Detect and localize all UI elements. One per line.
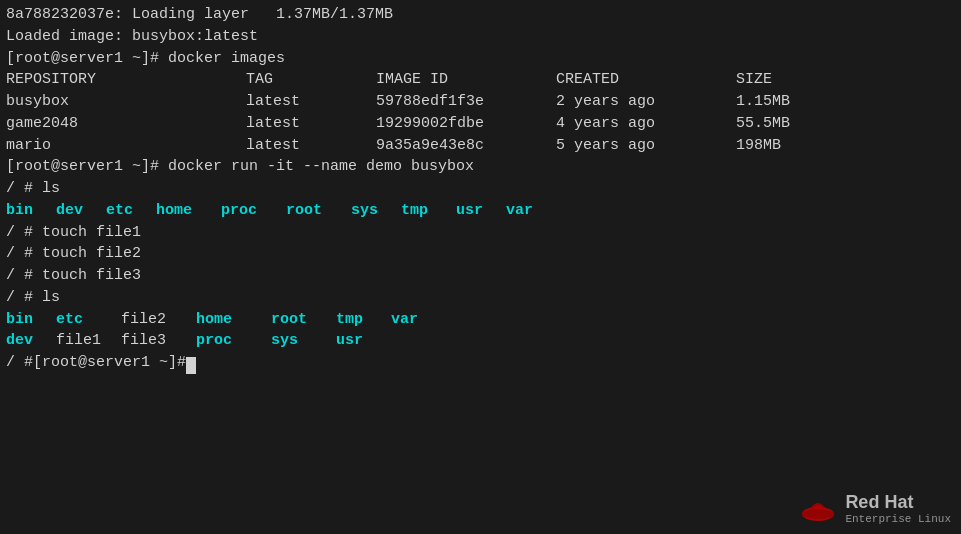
cell-repo-busybox: busybox	[6, 91, 246, 113]
file2-file3: file3	[121, 330, 196, 352]
dir2-dev: dev	[6, 330, 56, 352]
line-touch2: / # touch file2	[6, 243, 955, 265]
final-prompt-line: / # [root@server1 ~]#	[6, 352, 955, 374]
table-row-game2048: game2048 latest 19299002fdbe 4 years ago…	[6, 113, 955, 135]
file2-file1: file1	[56, 330, 121, 352]
dir2-etc: etc	[56, 309, 121, 331]
dir2-proc: proc	[196, 330, 271, 352]
header-created: CREATED	[556, 69, 736, 91]
dir-dev: dev	[56, 200, 106, 222]
redhat-watermark: Red Hat Enterprise Linux	[799, 490, 951, 528]
dir2-bin: bin	[6, 309, 56, 331]
final-prompt-text: / #	[6, 352, 33, 374]
file2-file2: file2	[121, 309, 196, 331]
table-row-busybox: busybox latest 59788edf1f3e 2 years ago …	[6, 91, 955, 113]
cell-repo-game2048: game2048	[6, 113, 246, 135]
cell-tag-busybox: latest	[246, 91, 376, 113]
dir-root: root	[286, 200, 351, 222]
cell-size-busybox: 1.15MB	[736, 91, 790, 113]
dir-tmp: tmp	[401, 200, 456, 222]
dir-bin: bin	[6, 200, 56, 222]
redhat-name: Red Hat	[845, 493, 951, 513]
ls2-row1: bin etc file2 home root tmp var	[6, 309, 955, 331]
cell-id-game2048: 19299002fdbe	[376, 113, 556, 135]
cell-tag-game2048: latest	[246, 113, 376, 135]
dir2-usr: usr	[336, 330, 391, 352]
ls2-row2: dev file1 file3 proc sys usr	[6, 330, 955, 352]
dir-sys: sys	[351, 200, 401, 222]
dir-etc: etc	[106, 200, 156, 222]
dir-var: var	[506, 200, 556, 222]
cell-id-busybox: 59788edf1f3e	[376, 91, 556, 113]
header-image-id: IMAGE ID	[376, 69, 556, 91]
header-repository: REPOSITORY	[6, 69, 246, 91]
dir2-home: home	[196, 309, 271, 331]
dir2-sys: sys	[271, 330, 336, 352]
dir-usr: usr	[456, 200, 506, 222]
cursor-block	[186, 357, 196, 374]
ls1-dirs: bin dev etc home proc root sys tmp usr v…	[6, 200, 955, 222]
cell-id-mario: 9a35a9e43e8c	[376, 135, 556, 157]
redhat-logo-icon	[799, 490, 837, 528]
header-size: SIZE	[736, 69, 772, 91]
cell-repo-mario: mario	[6, 135, 246, 157]
cell-created-mario: 5 years ago	[556, 135, 736, 157]
line-touch3: / # touch file3	[6, 265, 955, 287]
dir-proc: proc	[221, 200, 286, 222]
cell-size-game2048: 55.5MB	[736, 113, 790, 135]
redhat-subtitle: Enterprise Linux	[845, 513, 951, 525]
final-prompt-text2: [root@server1 ~]#	[33, 352, 186, 374]
dir2-tmp: tmp	[336, 309, 391, 331]
table-row-mario: mario latest 9a35a9e43e8c 5 years ago 19…	[6, 135, 955, 157]
terminal: 8a788232037e: Loading layer 1.37MB/1.37M…	[0, 0, 961, 534]
line-cmd3: [root@server1 ~]# docker run -it --name …	[6, 156, 955, 178]
dir2-var: var	[391, 309, 441, 331]
docker-images-header: REPOSITORY TAG IMAGE ID CREATED SIZE	[6, 69, 955, 91]
cell-created-busybox: 2 years ago	[556, 91, 736, 113]
cell-created-game2048: 4 years ago	[556, 113, 736, 135]
dir-home: home	[156, 200, 221, 222]
cell-tag-mario: latest	[246, 135, 376, 157]
svg-point-1	[802, 509, 834, 519]
line-load1: 8a788232037e: Loading layer 1.37MB/1.37M…	[6, 4, 955, 26]
dir2-root: root	[271, 309, 336, 331]
redhat-brand-text: Red Hat Enterprise Linux	[845, 493, 951, 525]
line-ls1-cmd: / # ls	[6, 178, 955, 200]
line-load2: Loaded image: busybox:latest	[6, 26, 955, 48]
line-cmd2: [root@server1 ~]# docker images	[6, 48, 955, 70]
line-ls2-cmd: / # ls	[6, 287, 955, 309]
line-touch1: / # touch file1	[6, 222, 955, 244]
header-tag: TAG	[246, 69, 376, 91]
cell-size-mario: 198MB	[736, 135, 781, 157]
